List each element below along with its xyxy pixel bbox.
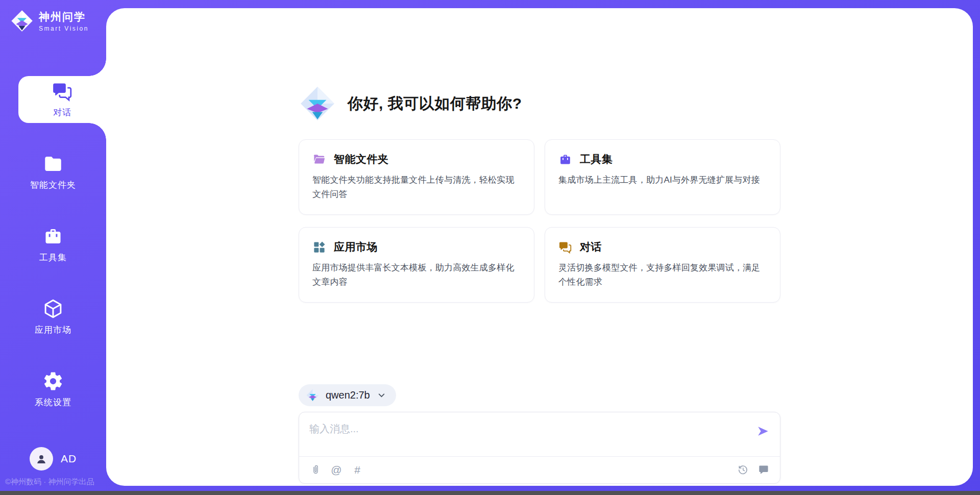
send-icon	[756, 425, 770, 438]
message-square-icon	[758, 464, 769, 475]
assistant-logo-icon	[299, 85, 336, 122]
user-initials: AD	[61, 453, 77, 465]
chat-icon	[558, 240, 572, 254]
brand-subtitle: Smart Vision	[39, 25, 89, 32]
feature-cards: 智能文件夹 智能文件夹功能支持批量文件上传与清洗，轻松实现文件问答 工具集 集成…	[299, 139, 780, 303]
app-root: 神州问学 Smart Vision 对话	[0, 0, 980, 491]
greeting-title: 你好, 我可以如何帮助你?	[348, 93, 522, 114]
sidebar-item-chat[interactable]: 对话	[18, 76, 106, 123]
toolbox-icon	[42, 226, 64, 247]
folder-icon	[42, 153, 64, 175]
cube-icon	[42, 298, 64, 319]
card-title: 对话	[580, 240, 602, 254]
sidebar-item-label: 系统设置	[35, 397, 71, 408]
sidebar-item-smart-folder[interactable]: 智能文件夹	[0, 136, 106, 208]
main-panel: 你好, 我可以如何帮助你? 智能文件夹 智能文件夹功能支持批量文件上传与清洗，轻…	[106, 8, 973, 486]
mention-button[interactable]: @	[330, 463, 342, 476]
gear-icon	[42, 370, 64, 392]
message-input[interactable]	[299, 412, 734, 444]
model-selector[interactable]: qwen2:7b	[299, 384, 396, 406]
history-icon	[737, 464, 749, 476]
card-description: 灵活切换多模型文件，支持多样回复效果调试，满足个性化需求	[558, 261, 767, 289]
app-grid-icon	[312, 240, 326, 254]
user-profile[interactable]: AD	[0, 447, 106, 471]
sidebar-item-label: 对话	[53, 107, 71, 118]
hash-icon: #	[354, 464, 360, 475]
card-toolset[interactable]: 工具集 集成市场上主流工具，助力AI与外界无缝扩展与对接	[545, 139, 780, 215]
card-description: 集成市场上主流工具，助力AI与外界无缝扩展与对接	[558, 173, 767, 187]
chevron-down-icon	[377, 391, 386, 400]
message-composer: @ #	[299, 412, 780, 484]
card-title: 应用市场	[334, 240, 378, 254]
new-chat-button[interactable]	[757, 463, 770, 476]
sidebar-item-app-market[interactable]: 应用市场	[0, 281, 106, 353]
card-smart-folder[interactable]: 智能文件夹 智能文件夹功能支持批量文件上传与清洗，轻松实现文件问答	[299, 139, 534, 215]
paperclip-icon	[310, 464, 322, 476]
sidebar-item-settings[interactable]: 系统设置	[0, 353, 106, 426]
history-button[interactable]	[737, 463, 749, 476]
card-title: 智能文件夹	[334, 152, 389, 166]
card-description: 应用市场提供丰富长文本模板，助力高效生成多样化文章内容	[312, 261, 521, 289]
brand-name: 神州问学	[39, 10, 89, 24]
person-icon	[35, 452, 48, 465]
model-logo-icon	[306, 388, 320, 402]
folder-icon	[312, 153, 326, 166]
card-title: 工具集	[580, 152, 613, 166]
main-content: 你好, 我可以如何帮助你? 智能文件夹 智能文件夹功能支持批量文件上传与清洗，轻…	[299, 8, 780, 484]
chat-icon	[52, 81, 73, 102]
greeting-block: 你好, 我可以如何帮助你?	[299, 85, 780, 122]
brand: 神州问学 Smart Vision	[10, 9, 89, 33]
sidebar-item-label: 智能文件夹	[30, 179, 76, 191]
card-app-market[interactable]: 应用市场 应用市场提供丰富长文本模板，助力高效生成多样化文章内容	[299, 227, 534, 303]
sidebar-item-label: 应用市场	[35, 324, 71, 336]
avatar	[30, 447, 53, 471]
card-chat[interactable]: 对话 灵活切换多模型文件，支持多样回复效果调试，满足个性化需求	[545, 227, 780, 303]
send-button[interactable]	[756, 425, 770, 438]
card-description: 智能文件夹功能支持批量文件上传与清洗，轻松实现文件问答	[312, 173, 521, 201]
sidebar-item-toolset[interactable]: 工具集	[0, 208, 106, 281]
attach-button[interactable]	[309, 463, 322, 476]
brand-logo-icon	[10, 9, 34, 33]
copyright-text: ©神州数码 · 神州问学出品	[5, 477, 94, 487]
sidebar-item-label: 工具集	[39, 252, 67, 263]
toolbox-icon	[558, 153, 572, 166]
brand-text: 神州问学 Smart Vision	[39, 10, 89, 32]
topic-button[interactable]: #	[351, 463, 363, 476]
model-name: qwen2:7b	[326, 389, 370, 401]
at-icon: @	[331, 464, 341, 475]
sidebar: 神州问学 Smart Vision 对话	[0, 0, 106, 491]
bottom-edge-strip	[0, 491, 980, 495]
sidebar-nav: 对话 智能文件夹 工具集	[0, 63, 106, 426]
